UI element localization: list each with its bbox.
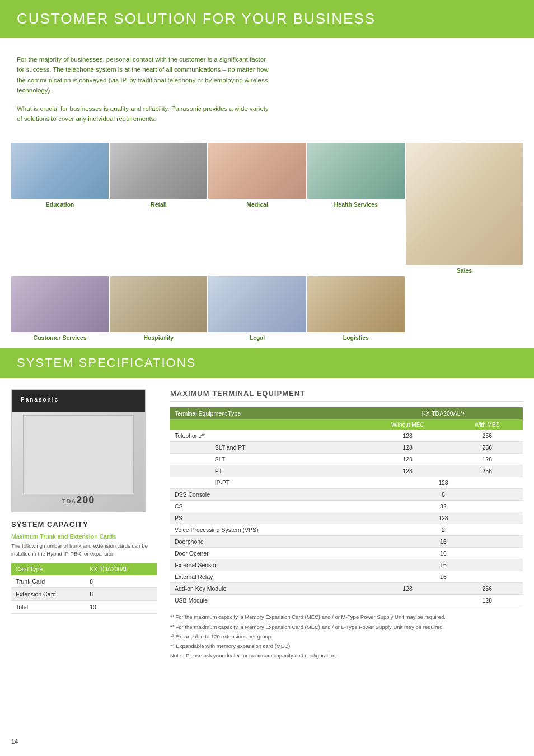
retail-image: [110, 143, 207, 199]
spec-val-center: 32: [364, 501, 523, 512]
page-title: CUSTOMER SOLUTION FOR YOUR BUSINESS: [17, 10, 517, 27]
spec-without-val: 128: [364, 583, 452, 595]
image-medical: Medical: [208, 143, 306, 275]
image-customer: Customer Services: [11, 276, 109, 342]
right-column: MAXIMUM TERMINAL EQUIPMENT Terminal Equi…: [170, 389, 523, 661]
logistics-caption: Logistics: [307, 332, 405, 342]
card-type-cell: Total: [11, 600, 85, 613]
specs-table-row: Door Opener16: [170, 548, 523, 559]
system-capacity-table: Card Type KX-TDA200AL Trunk Card8Extensi…: [11, 563, 157, 614]
specs-table-row: Voice Processing System (VPS)2: [170, 524, 523, 536]
legal-caption: Legal: [208, 332, 306, 342]
spec-with-val: 256: [451, 430, 523, 442]
col-card-type: Card Type: [11, 563, 85, 575]
specs-col-type: Terminal Equipment Type: [170, 407, 364, 419]
spec-type-main: [170, 454, 199, 465]
spec-without-val: 128: [364, 465, 452, 477]
card-value-cell: 10: [85, 600, 157, 613]
customer-image: [11, 276, 109, 332]
sales-caption: Sales: [406, 265, 523, 275]
specs-table-row: SLT128128: [170, 454, 523, 465]
specs-table-row: PT128256: [170, 465, 523, 477]
image-logistics: Logistics: [307, 276, 405, 342]
panasonic-brand: Panasonic: [21, 396, 59, 403]
specs-table-row: IP-PT128: [170, 477, 523, 489]
image-grid-section: Education Retail Medical Health Services…: [0, 143, 534, 342]
system-content: Panasonic TDA200 SYSTEM CAPACITY Maximum…: [0, 378, 534, 673]
spec-with-val: 256: [451, 442, 523, 454]
intro-section: For the majority of businesses, personal…: [0, 38, 291, 143]
image-health: Health Services: [307, 143, 405, 275]
intro-para1: For the majority of businesses, personal…: [17, 54, 274, 96]
education-caption: Education: [11, 199, 109, 209]
capacity-table-row: Total10: [11, 600, 157, 613]
left-column: Panasonic TDA200 SYSTEM CAPACITY Maximum…: [11, 389, 157, 661]
spec-with-val: 128: [451, 595, 523, 606]
spec-type-full: CS: [170, 501, 364, 512]
hospitality-caption: Hospitality: [110, 332, 207, 342]
image-hospitality: Hospitality: [110, 276, 207, 342]
spec-type-full: Add-on Key Module: [170, 583, 364, 595]
system-spec-header: SYSTEM SPECIFICATIONS: [0, 348, 534, 378]
spec-val-center: 16: [364, 571, 523, 583]
specs-table-row: CS32: [170, 501, 523, 512]
spec-type-full: Door Opener: [170, 548, 364, 559]
specs-table-row: External Sensor16: [170, 559, 523, 571]
page-header: CUSTOMER SOLUTION FOR YOUR BUSINESS: [0, 0, 534, 38]
customer-caption: Customer Services: [11, 332, 109, 342]
sales-image: [406, 143, 523, 265]
image-education: Education: [11, 143, 109, 275]
spec-with-val: 128: [451, 454, 523, 465]
pbx-model: TDA200: [62, 494, 95, 506]
spec-val-center: 2: [364, 524, 523, 536]
spec-val-center: 16: [364, 536, 523, 548]
specs-table-row: DSS Console8: [170, 489, 523, 501]
specs-table-row: SLT and PT128256: [170, 442, 523, 454]
education-image: [11, 143, 109, 199]
pbx-image: Panasonic TDA200: [11, 389, 146, 512]
footnote: *⁴ Expandable with memory expansion card…: [170, 642, 523, 650]
medical-caption: Medical: [208, 199, 306, 209]
col-kx-model: KX-TDA200AL: [85, 563, 157, 575]
medical-image: [208, 143, 306, 199]
card-value-cell: 8: [85, 575, 157, 588]
footnotes-section: *¹ For the maximum capacity, a Memory Ex…: [170, 613, 523, 660]
specs-table-row: Telephone*¹128256: [170, 430, 523, 442]
system-capacity-title: SYSTEM CAPACITY: [11, 520, 157, 529]
spec-type-full: PS: [170, 512, 364, 524]
specs-table-row: Doorphone16: [170, 536, 523, 548]
system-capacity: SYSTEM CAPACITY Maximum Trunk and Extens…: [11, 520, 157, 614]
specs-table: Terminal Equipment Type KX-TDA200AL*¹ Wi…: [170, 407, 523, 606]
image-legal: Legal: [208, 276, 306, 342]
spec-type-main: [170, 477, 199, 489]
specs-table-row: External Relay16: [170, 571, 523, 583]
specs-table-row: Add-on Key Module128256: [170, 583, 523, 595]
spec-with-val: 256: [451, 583, 523, 595]
spec-type-full: DSS Console: [170, 489, 364, 501]
spec-type-full: Doorphone: [170, 536, 364, 548]
card-type-cell: Extension Card: [11, 587, 85, 600]
hospitality-image: [110, 276, 207, 332]
spec-subtype: SLT and PT: [199, 442, 364, 454]
spec-val-center: 16: [364, 548, 523, 559]
spec-subtype: IP-PT: [199, 477, 364, 489]
capacity-table-row: Extension Card8: [11, 587, 157, 600]
spec-type-full: Voice Processing System (VPS): [170, 524, 364, 536]
health-caption: Health Services: [307, 199, 405, 209]
specs-col-model: KX-TDA200AL*¹: [364, 407, 523, 419]
max-terminal-title: MAXIMUM TERMINAL EQUIPMENT: [170, 389, 523, 402]
specs-subh-type: [170, 419, 364, 430]
card-value-cell: 8: [85, 587, 157, 600]
footnote: *¹ For the maximum capacity, a Memory Ex…: [170, 613, 523, 621]
spec-type-full: External Sensor: [170, 559, 364, 571]
spec-val-span: 128: [364, 477, 523, 489]
specs-table-row: USB Module128: [170, 595, 523, 606]
footnote: Note : Please ask your dealer for maximu…: [170, 652, 523, 660]
spec-val-center: 8: [364, 489, 523, 501]
spec-without-val: 128: [364, 442, 452, 454]
spec-without-val: 128: [364, 430, 452, 442]
logistics-image: [307, 276, 405, 332]
spec-without-val: 128: [364, 454, 452, 465]
retail-caption: Retail: [110, 199, 207, 209]
legal-image: [208, 276, 306, 332]
